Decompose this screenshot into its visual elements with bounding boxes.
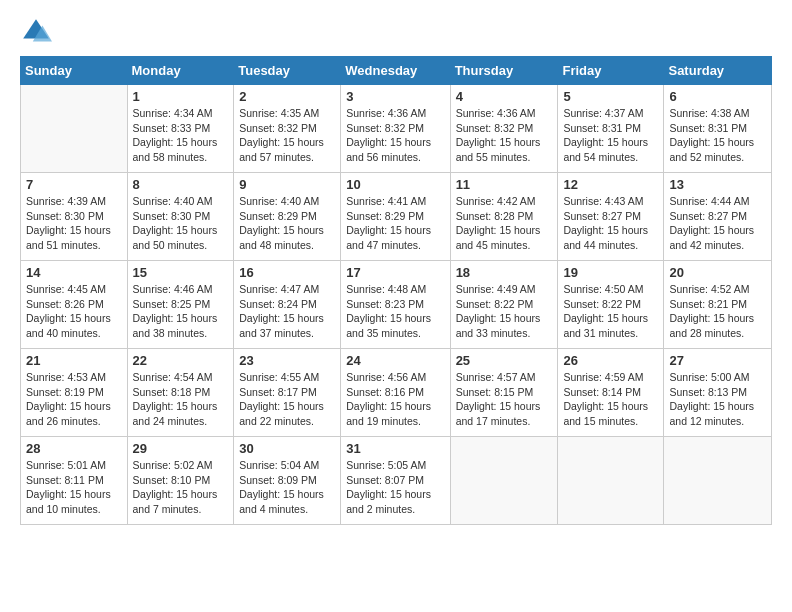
day-info: Sunrise: 5:00 AM Sunset: 8:13 PM Dayligh…	[669, 370, 766, 429]
calendar-cell: 31Sunrise: 5:05 AM Sunset: 8:07 PM Dayli…	[341, 437, 450, 525]
calendar-cell	[664, 437, 772, 525]
calendar-cell: 28Sunrise: 5:01 AM Sunset: 8:11 PM Dayli…	[21, 437, 128, 525]
week-row-5: 28Sunrise: 5:01 AM Sunset: 8:11 PM Dayli…	[21, 437, 772, 525]
day-number: 6	[669, 89, 766, 104]
day-number: 22	[133, 353, 229, 368]
day-info: Sunrise: 4:50 AM Sunset: 8:22 PM Dayligh…	[563, 282, 658, 341]
header-sunday: Sunday	[21, 57, 128, 85]
header-row: SundayMondayTuesdayWednesdayThursdayFrid…	[21, 57, 772, 85]
logo-icon	[20, 16, 52, 48]
day-number: 16	[239, 265, 335, 280]
day-info: Sunrise: 4:41 AM Sunset: 8:29 PM Dayligh…	[346, 194, 444, 253]
day-number: 28	[26, 441, 122, 456]
calendar-cell: 24Sunrise: 4:56 AM Sunset: 8:16 PM Dayli…	[341, 349, 450, 437]
header-wednesday: Wednesday	[341, 57, 450, 85]
calendar-cell: 27Sunrise: 5:00 AM Sunset: 8:13 PM Dayli…	[664, 349, 772, 437]
header-saturday: Saturday	[664, 57, 772, 85]
calendar-cell: 1Sunrise: 4:34 AM Sunset: 8:33 PM Daylig…	[127, 85, 234, 173]
page: SundayMondayTuesdayWednesdayThursdayFrid…	[0, 0, 792, 545]
day-info: Sunrise: 4:47 AM Sunset: 8:24 PM Dayligh…	[239, 282, 335, 341]
day-info: Sunrise: 4:48 AM Sunset: 8:23 PM Dayligh…	[346, 282, 444, 341]
calendar-cell: 12Sunrise: 4:43 AM Sunset: 8:27 PM Dayli…	[558, 173, 664, 261]
calendar-cell: 23Sunrise: 4:55 AM Sunset: 8:17 PM Dayli…	[234, 349, 341, 437]
day-number: 29	[133, 441, 229, 456]
calendar-cell: 25Sunrise: 4:57 AM Sunset: 8:15 PM Dayli…	[450, 349, 558, 437]
day-number: 21	[26, 353, 122, 368]
calendar-body: 1Sunrise: 4:34 AM Sunset: 8:33 PM Daylig…	[21, 85, 772, 525]
day-number: 11	[456, 177, 553, 192]
day-info: Sunrise: 5:01 AM Sunset: 8:11 PM Dayligh…	[26, 458, 122, 517]
calendar-cell: 16Sunrise: 4:47 AM Sunset: 8:24 PM Dayli…	[234, 261, 341, 349]
day-info: Sunrise: 4:37 AM Sunset: 8:31 PM Dayligh…	[563, 106, 658, 165]
day-info: Sunrise: 4:35 AM Sunset: 8:32 PM Dayligh…	[239, 106, 335, 165]
day-number: 30	[239, 441, 335, 456]
day-info: Sunrise: 4:39 AM Sunset: 8:30 PM Dayligh…	[26, 194, 122, 253]
day-number: 25	[456, 353, 553, 368]
day-number: 27	[669, 353, 766, 368]
day-number: 2	[239, 89, 335, 104]
week-row-1: 1Sunrise: 4:34 AM Sunset: 8:33 PM Daylig…	[21, 85, 772, 173]
day-number: 1	[133, 89, 229, 104]
week-row-2: 7Sunrise: 4:39 AM Sunset: 8:30 PM Daylig…	[21, 173, 772, 261]
calendar-cell: 14Sunrise: 4:45 AM Sunset: 8:26 PM Dayli…	[21, 261, 128, 349]
day-number: 31	[346, 441, 444, 456]
calendar-cell: 10Sunrise: 4:41 AM Sunset: 8:29 PM Dayli…	[341, 173, 450, 261]
day-number: 18	[456, 265, 553, 280]
calendar-cell: 13Sunrise: 4:44 AM Sunset: 8:27 PM Dayli…	[664, 173, 772, 261]
calendar-cell: 26Sunrise: 4:59 AM Sunset: 8:14 PM Dayli…	[558, 349, 664, 437]
day-info: Sunrise: 4:36 AM Sunset: 8:32 PM Dayligh…	[346, 106, 444, 165]
day-info: Sunrise: 4:40 AM Sunset: 8:30 PM Dayligh…	[133, 194, 229, 253]
day-number: 9	[239, 177, 335, 192]
day-info: Sunrise: 5:04 AM Sunset: 8:09 PM Dayligh…	[239, 458, 335, 517]
day-info: Sunrise: 4:34 AM Sunset: 8:33 PM Dayligh…	[133, 106, 229, 165]
header-tuesday: Tuesday	[234, 57, 341, 85]
day-info: Sunrise: 4:54 AM Sunset: 8:18 PM Dayligh…	[133, 370, 229, 429]
week-row-3: 14Sunrise: 4:45 AM Sunset: 8:26 PM Dayli…	[21, 261, 772, 349]
calendar-cell: 11Sunrise: 4:42 AM Sunset: 8:28 PM Dayli…	[450, 173, 558, 261]
day-number: 13	[669, 177, 766, 192]
day-info: Sunrise: 4:52 AM Sunset: 8:21 PM Dayligh…	[669, 282, 766, 341]
calendar-cell: 6Sunrise: 4:38 AM Sunset: 8:31 PM Daylig…	[664, 85, 772, 173]
day-number: 23	[239, 353, 335, 368]
calendar-cell: 5Sunrise: 4:37 AM Sunset: 8:31 PM Daylig…	[558, 85, 664, 173]
day-info: Sunrise: 5:02 AM Sunset: 8:10 PM Dayligh…	[133, 458, 229, 517]
day-number: 4	[456, 89, 553, 104]
calendar-cell: 17Sunrise: 4:48 AM Sunset: 8:23 PM Dayli…	[341, 261, 450, 349]
header-friday: Friday	[558, 57, 664, 85]
day-number: 5	[563, 89, 658, 104]
day-info: Sunrise: 4:44 AM Sunset: 8:27 PM Dayligh…	[669, 194, 766, 253]
day-number: 8	[133, 177, 229, 192]
calendar-cell: 8Sunrise: 4:40 AM Sunset: 8:30 PM Daylig…	[127, 173, 234, 261]
calendar-cell: 3Sunrise: 4:36 AM Sunset: 8:32 PM Daylig…	[341, 85, 450, 173]
calendar-cell: 4Sunrise: 4:36 AM Sunset: 8:32 PM Daylig…	[450, 85, 558, 173]
day-info: Sunrise: 4:55 AM Sunset: 8:17 PM Dayligh…	[239, 370, 335, 429]
day-number: 10	[346, 177, 444, 192]
day-info: Sunrise: 4:40 AM Sunset: 8:29 PM Dayligh…	[239, 194, 335, 253]
day-info: Sunrise: 4:56 AM Sunset: 8:16 PM Dayligh…	[346, 370, 444, 429]
header-monday: Monday	[127, 57, 234, 85]
day-number: 12	[563, 177, 658, 192]
day-number: 24	[346, 353, 444, 368]
header-thursday: Thursday	[450, 57, 558, 85]
calendar-cell	[450, 437, 558, 525]
day-info: Sunrise: 4:36 AM Sunset: 8:32 PM Dayligh…	[456, 106, 553, 165]
calendar-cell: 20Sunrise: 4:52 AM Sunset: 8:21 PM Dayli…	[664, 261, 772, 349]
calendar-cell: 30Sunrise: 5:04 AM Sunset: 8:09 PM Dayli…	[234, 437, 341, 525]
day-info: Sunrise: 4:46 AM Sunset: 8:25 PM Dayligh…	[133, 282, 229, 341]
calendar-cell: 9Sunrise: 4:40 AM Sunset: 8:29 PM Daylig…	[234, 173, 341, 261]
day-info: Sunrise: 4:45 AM Sunset: 8:26 PM Dayligh…	[26, 282, 122, 341]
calendar-cell: 19Sunrise: 4:50 AM Sunset: 8:22 PM Dayli…	[558, 261, 664, 349]
day-number: 17	[346, 265, 444, 280]
day-number: 26	[563, 353, 658, 368]
day-info: Sunrise: 4:57 AM Sunset: 8:15 PM Dayligh…	[456, 370, 553, 429]
calendar-cell: 2Sunrise: 4:35 AM Sunset: 8:32 PM Daylig…	[234, 85, 341, 173]
calendar-cell	[558, 437, 664, 525]
day-number: 3	[346, 89, 444, 104]
day-info: Sunrise: 4:59 AM Sunset: 8:14 PM Dayligh…	[563, 370, 658, 429]
day-number: 15	[133, 265, 229, 280]
calendar-cell: 21Sunrise: 4:53 AM Sunset: 8:19 PM Dayli…	[21, 349, 128, 437]
week-row-4: 21Sunrise: 4:53 AM Sunset: 8:19 PM Dayli…	[21, 349, 772, 437]
calendar-cell: 15Sunrise: 4:46 AM Sunset: 8:25 PM Dayli…	[127, 261, 234, 349]
calendar-cell: 22Sunrise: 4:54 AM Sunset: 8:18 PM Dayli…	[127, 349, 234, 437]
logo	[20, 16, 56, 48]
